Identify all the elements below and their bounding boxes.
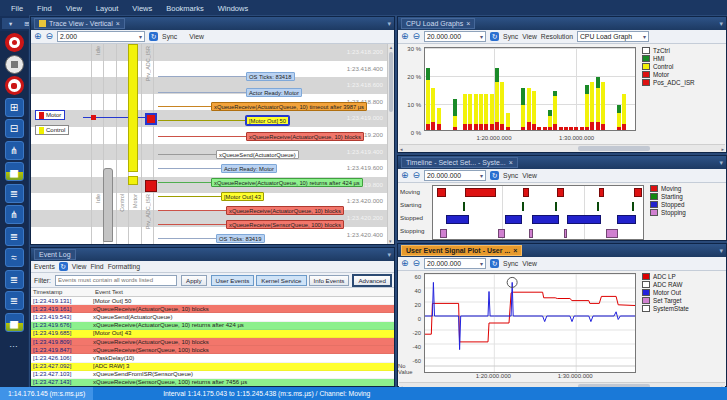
- log-menu-events[interactable]: Events: [34, 263, 55, 270]
- log-row[interactable]: [1:23.419.161]xQueueReceive(ActuatorQueu…: [31, 305, 394, 313]
- menu-item-views[interactable]: Views: [125, 2, 159, 15]
- log-row[interactable]: [1:23.426.106]vTaskDelay(10): [31, 354, 394, 362]
- cpu-load-tab[interactable]: CPU Load Graphs ×: [401, 18, 475, 29]
- actor-statistics-icon[interactable]: ≣: [5, 291, 24, 310]
- trace-event-label[interactable]: xQueueReceive(ActuatorQueue, 10) blocks: [226, 206, 344, 215]
- menu-item-file[interactable]: File: [4, 2, 30, 15]
- close-icon[interactable]: ×: [513, 247, 517, 254]
- timeline-chart[interactable]: [432, 185, 644, 240]
- filter-toggle-user-events[interactable]: User Events: [211, 275, 255, 286]
- log-row[interactable]: [1:23.419.685][Motor Out] 43: [31, 330, 394, 338]
- log-menu-formatting[interactable]: Formatting: [108, 263, 140, 270]
- resolution-menu[interactable]: Resolution: [541, 33, 573, 40]
- timeline-segment-moving[interactable]: [557, 188, 564, 197]
- timeline-segment-stopped[interactable]: [567, 215, 601, 224]
- trace-view-vertical-icon[interactable]: ⊟: [5, 119, 24, 138]
- sync-menu[interactable]: Sync: [503, 172, 518, 179]
- record-button-icon[interactable]: [5, 33, 24, 52]
- chevron-down-icon[interactable]: ▾: [719, 159, 723, 167]
- scroll-right-icon[interactable]: ▸: [721, 146, 724, 152]
- event-log-icon[interactable]: ≣: [5, 184, 24, 203]
- close-icon[interactable]: ×: [116, 20, 120, 27]
- timeline-titlebar[interactable]: Timeline - Select Set... - Syste... × ▾: [398, 156, 726, 169]
- cpu-load-graph-icon[interactable]: ▅: [5, 162, 24, 181]
- actor-chip-motor[interactable]: Motor: [35, 110, 65, 120]
- motor-execution-bar[interactable]: [128, 44, 138, 172]
- kernel-event-marker-selected[interactable]: [145, 113, 157, 125]
- log-row[interactable]: [1:23.419.847]xQueueReceive(SensorQueue,…: [31, 346, 394, 354]
- trace-event-label[interactable]: xQueueSend(ActuatorQueue): [216, 150, 299, 159]
- filter-toggle-kernel-service[interactable]: Kernel Service: [256, 275, 306, 286]
- sync-icon[interactable]: ↻: [149, 32, 158, 41]
- chevron-down-icon[interactable]: ▾: [387, 251, 391, 259]
- chevron-down-icon[interactable]: ▾: [719, 20, 723, 28]
- actor-chip-control[interactable]: Control: [35, 125, 69, 135]
- log-menu-view[interactable]: View: [72, 263, 87, 270]
- timeline-segment-starting[interactable]: [522, 202, 524, 211]
- trace-event-label[interactable]: [Motor Out] 43: [221, 192, 264, 201]
- pin-grid-icon[interactable]: ⊞: [24, 20, 29, 28]
- cpu-chart[interactable]: [424, 47, 636, 131]
- trace-event-label[interactable]: Actor Ready: Motor: [221, 164, 277, 173]
- view-menu[interactable]: View: [522, 260, 537, 267]
- motor-execution-stub[interactable]: [128, 176, 138, 185]
- cpu-load-titlebar[interactable]: CPU Load Graphs × ▾: [398, 17, 726, 30]
- zoom-in-button[interactable]: ⊕: [34, 32, 42, 41]
- sync-menu[interactable]: Sync: [503, 260, 518, 267]
- filter-input[interactable]: [55, 275, 177, 286]
- timeline-segment-stopped[interactable]: [505, 215, 522, 224]
- trace-view-tab[interactable]: Trace View - Vertical ×: [34, 18, 125, 29]
- scroll-left-icon[interactable]: ◂: [400, 146, 403, 152]
- timeline-segment-moving[interactable]: [523, 188, 528, 197]
- timeline-segment-stopped[interactable]: [446, 215, 469, 224]
- menu-item-bookmarks[interactable]: Bookmarks: [159, 2, 211, 15]
- view-menu[interactable]: View: [522, 172, 537, 179]
- log-menu-find[interactable]: Find: [90, 263, 103, 270]
- view-menu[interactable]: View: [189, 33, 204, 40]
- more-views-icon[interactable]: …: [5, 334, 24, 353]
- menu-item-view[interactable]: View: [59, 2, 89, 15]
- trace-event-label[interactable]: OS Ticks: 83418: [246, 72, 295, 81]
- timeline-segment-stopped[interactable]: [532, 215, 559, 224]
- trace-event-label[interactable]: xQueueReceive(ActuatorQueue, 10) timeout…: [211, 102, 367, 111]
- sync-icon[interactable]: ↻: [59, 262, 68, 271]
- trace-view-titlebar[interactable]: Trace View - Vertical × ▾: [31, 17, 394, 30]
- log-row[interactable]: [1:23.419.676]xQueueReceive(ActuatorQueu…: [31, 322, 394, 330]
- scroll-thumb[interactable]: [389, 52, 393, 112]
- close-icon[interactable]: ×: [509, 159, 513, 166]
- stop-button-icon[interactable]: [5, 55, 24, 74]
- timeline-segment-stopping[interactable]: [440, 229, 446, 238]
- sync-icon[interactable]: ↻: [490, 32, 499, 41]
- menu-item-layout[interactable]: Layout: [89, 2, 126, 15]
- signal-plot-tab[interactable]: User Event Signal Plot - User ... ×: [401, 245, 522, 256]
- event-log-titlebar[interactable]: Event Log ▾: [31, 248, 394, 261]
- chevron-down-icon[interactable]: ▾: [9, 20, 12, 28]
- object-history-icon[interactable]: ⋔: [5, 205, 24, 224]
- timeline-segment-starting[interactable]: [632, 202, 634, 211]
- sync-icon[interactable]: ↻: [490, 171, 499, 180]
- trace-event-label[interactable]: Actor Ready: Motor: [246, 88, 302, 97]
- trace-event-label[interactable]: xQueueReceive(SensorQueue, 100) blocks: [226, 220, 344, 229]
- timeline-segment-stopping[interactable]: [606, 229, 618, 238]
- trace-scale-combo[interactable]: 2.000 ▾: [57, 31, 145, 42]
- zoom-out-button[interactable]: ⊖: [413, 32, 421, 41]
- kernel-event-marker[interactable]: [145, 180, 157, 192]
- chevron-down-icon[interactable]: ▾: [719, 247, 723, 255]
- sync-menu[interactable]: Sync: [503, 33, 518, 40]
- zoom-out-button[interactable]: ⊖: [413, 259, 421, 268]
- zoom-in-button[interactable]: ⊕: [401, 259, 409, 268]
- log-row[interactable]: [1:23.419.131][Motor Out] 50: [31, 297, 394, 305]
- zoom-in-button[interactable]: ⊕: [401, 171, 409, 180]
- log-row[interactable]: [1:23.419.543]xQueueSend(ActuatorQueue): [31, 313, 394, 321]
- menu-item-find[interactable]: Find: [30, 2, 59, 15]
- timeline-segment-starting[interactable]: [597, 202, 599, 211]
- close-icon[interactable]: ×: [466, 20, 470, 27]
- timeline-segment-moving[interactable]: [599, 188, 604, 197]
- timeline-scale-combo[interactable]: 20.000.000 ▾: [424, 170, 486, 181]
- signal-scale-combo[interactable]: 20.000.000 ▾: [424, 258, 486, 269]
- menu-item-windows[interactable]: Windows: [211, 2, 255, 15]
- view-menu[interactable]: View: [522, 33, 537, 40]
- trace-canvas[interactable]: 1:23.418.2001:23.418.4001:23.418.6001:23…: [31, 44, 394, 244]
- trace-event-label[interactable]: xQueueReceive(ActuatorQueue, 10) blocks: [246, 132, 364, 141]
- chevron-down-icon[interactable]: ▾: [387, 20, 391, 28]
